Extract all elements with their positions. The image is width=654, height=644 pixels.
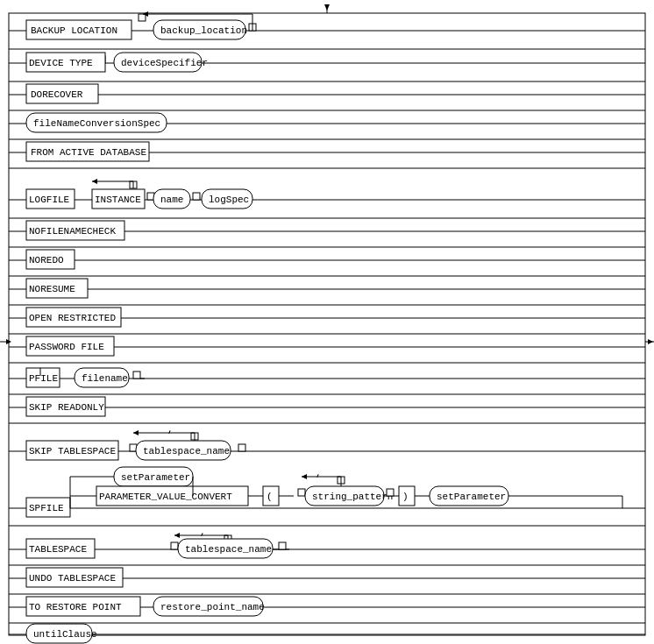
undo-tablespace-label: UNDO TABLESPACE	[29, 573, 116, 584]
svg-rect-94	[238, 444, 245, 451]
svg-marker-1	[324, 4, 330, 11]
logfile-label: LOGFILE	[29, 195, 70, 205]
password-file-label: PASSWORD FILE	[29, 342, 104, 352]
from-active-database-label: FROM ACTIVE DATABASE	[31, 147, 146, 158]
to-restore-point-label: TO RESTORE POINT	[29, 602, 122, 612]
until-clause: untilClause	[33, 629, 97, 640]
string-pattern-comma: ,	[316, 468, 322, 478]
logspec-label: logSpec	[209, 195, 249, 205]
device-type-label: DEVICE TYPE	[29, 58, 93, 68]
spfile-label: SPFILE	[29, 503, 64, 513]
filename-label: filename	[82, 373, 128, 384]
noredo-label: NOREDO	[29, 255, 64, 265]
tablespace-label: TABLESPACE	[29, 544, 87, 555]
parameter-value-convert: PARAMETER_VALUE_CONVERT	[99, 492, 232, 502]
svg-rect-46	[193, 193, 200, 200]
close-paren: )	[402, 492, 409, 502]
device-specifier: deviceSpecifier	[121, 58, 208, 68]
nofilenamecheck-label: NOFILENAMECHECK	[29, 226, 116, 237]
backup-location-label: BACKUP LOCATION	[31, 25, 117, 36]
restore-point-name: restore_point_name	[160, 602, 265, 612]
svg-rect-130	[171, 542, 178, 549]
skip-tablespace-name: tablespace_name	[143, 446, 230, 456]
set-parameter-top: setParameter	[121, 472, 190, 483]
open-paren: (	[267, 492, 273, 502]
svg-rect-133	[279, 542, 286, 549]
filename-conversion-spec: fileNameConversionSpec	[33, 118, 160, 129]
diagram-container: BACKUP LOCATION backup_location DEVICE T…	[0, 0, 654, 644]
backup-location-value: backup_location	[160, 25, 247, 36]
svg-rect-79	[133, 372, 140, 379]
pfile-label: PFILE	[29, 373, 58, 384]
tablespace-comma: ,	[200, 527, 206, 537]
noresume-label: NORESUME	[29, 284, 75, 294]
comma-separator: ,	[167, 424, 174, 435]
name-label: name	[160, 195, 183, 205]
dorecover-label: DORECOVER	[31, 89, 83, 100]
string-pattern: string_pattern	[312, 492, 393, 502]
instance-label: INSTANCE	[95, 195, 141, 205]
svg-marker-6	[648, 339, 653, 344]
skip-readonly-label: SKIP READONLY	[29, 402, 104, 413]
tablespace-name-2: tablespace_name	[185, 544, 272, 555]
skip-tablespace-label: SKIP TABLESPACE	[29, 446, 116, 456]
set-parameter-right: setParameter	[437, 492, 506, 502]
svg-rect-111	[387, 489, 394, 496]
svg-rect-10	[139, 14, 146, 21]
open-restricted-label: OPEN RESTRICTED	[29, 313, 116, 323]
svg-rect-108	[298, 489, 305, 496]
